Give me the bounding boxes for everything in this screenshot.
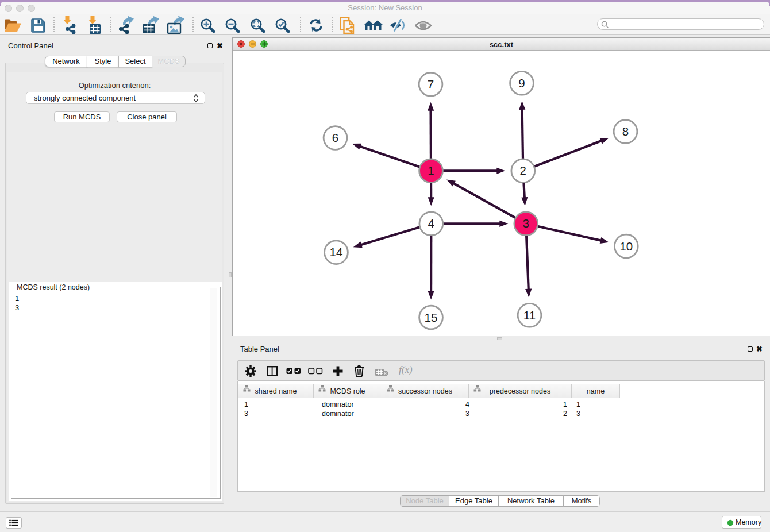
svg-text:15: 15 (425, 311, 438, 324)
svg-text:1: 1 (428, 164, 434, 177)
svg-text:2: 2 (520, 164, 526, 177)
svg-text:11: 11 (523, 309, 536, 322)
svg-text:6: 6 (332, 131, 338, 144)
svg-text:4: 4 (428, 217, 434, 230)
svg-text:8: 8 (622, 125, 629, 138)
svg-text:14: 14 (330, 245, 343, 259)
svg-text:3: 3 (523, 217, 529, 230)
svg-text:9: 9 (518, 76, 525, 90)
svg-text:10: 10 (619, 240, 633, 253)
svg-text:7: 7 (428, 78, 434, 91)
